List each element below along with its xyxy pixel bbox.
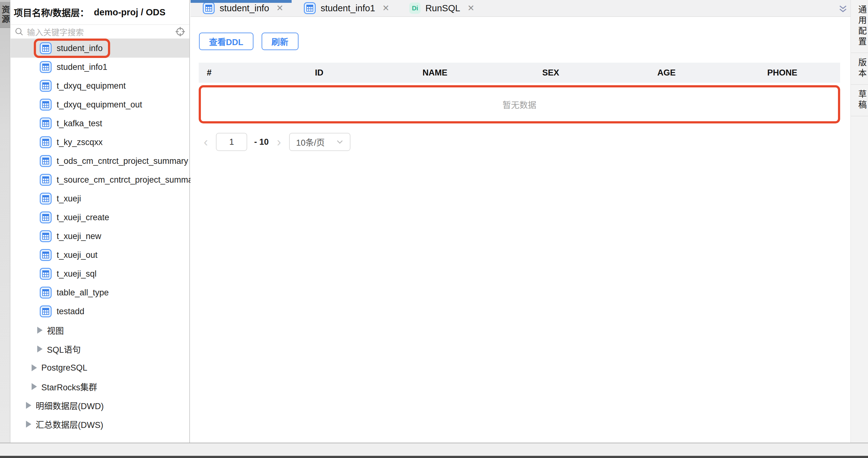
tree-item-t_dxyq_equipment_out[interactable]: t_dxyq_equipment_out [11,95,189,114]
tree-item-t_xueji_sql[interactable]: t_xueji_sql [11,264,189,283]
tree-item-label: t_ky_zscqxx [57,138,103,147]
column-header-#: # [199,68,261,78]
table-icon [39,249,52,261]
table-icon [39,136,52,148]
page-size-value: 10条/页 [296,136,325,148]
tree-item-t_ky_zscqxx[interactable]: t_ky_zscqxx [11,133,189,152]
right-panel-item-草稿[interactable]: 草稿 [851,85,868,116]
table-icon [39,286,52,299]
project-layer-value: demo-proj / ODS [94,7,165,18]
tree-item-t_source_cm_cntrct_project_summary[interactable]: t_source_cm_cntrct_project_summary [11,170,189,189]
aim-icon[interactable] [175,26,186,37]
table-icon [39,305,52,318]
tree-item-label: 汇总数据层(DWS) [36,418,103,430]
right-panel-item-版本[interactable]: 版本 [851,53,868,85]
tree-item-label: testadd [57,307,85,316]
sidebar-tree: student_info student_info1 t_dxyq_equipm… [11,39,189,434]
expand-arrow-icon[interactable] [37,327,42,334]
tree-item-视图[interactable]: 视图 [11,321,189,340]
expand-arrow-icon[interactable] [32,364,37,371]
table-icon [39,174,52,186]
table-icon [203,2,215,15]
tab-label: student_info [220,3,269,13]
tab-student_info1[interactable]: student_info1 ✕ [291,0,398,16]
search-bar: 输入关键字搜索 [11,25,189,39]
tree-item-label: SQL语句 [47,343,81,355]
tree-item-t_xueji_create[interactable]: t_xueji_create [11,208,189,227]
view-ddl-button[interactable]: 查看DDL [199,33,253,50]
tree-item-SQL语句[interactable]: SQL语句 [11,340,189,359]
resources-vertical-tab[interactable]: 资源 [0,2,10,28]
table-icon [39,42,52,55]
close-tab-icon[interactable]: ✕ [276,3,283,13]
expand-arrow-icon[interactable] [37,346,42,352]
tree-item-label: t_ods_cm_cntrct_project_summary [57,156,188,166]
tree-item-label: student_info [57,44,103,53]
search-input[interactable]: 输入关键字搜索 [27,26,172,37]
tree-item-t_xueji_out[interactable]: t_xueji_out [11,246,189,264]
right-panel-item-通用配置[interactable]: 通用配置 [851,0,868,53]
page-size-select[interactable]: 10条/页 [289,133,350,151]
close-tab-icon[interactable]: ✕ [467,3,475,13]
tree-item-student_info[interactable]: student_info [11,39,189,58]
table-header-row: #IDNAMESEXAGEPHONE [199,63,840,83]
tree-item-label: t_xueji_out [57,250,98,260]
tab-RunSQL[interactable]: Di RunSQL ✕ [397,0,483,16]
tree-item-t_kafka_test[interactable]: t_kafka_test [11,114,189,133]
tab-label: RunSQL [425,3,460,13]
expand-arrow-icon[interactable] [26,421,31,428]
expand-arrow-icon[interactable] [32,383,37,390]
app-window: 资源 项目名称/数据层： demo-proj / ODS 输入关键字搜索 [0,0,868,458]
tree-item-label: table_all_type [57,288,109,297]
tab-student_info[interactable]: student_info ✕ [191,0,291,16]
tree-item-StarRocks集群[interactable]: StarRocks集群 [11,377,189,396]
window-footer [0,442,868,458]
table-icon [39,230,52,242]
sidebar-header: 项目名称/数据层： demo-proj / ODS [11,0,189,25]
tree-item-label: PostgreSQL [41,363,87,373]
tree-item-t_dxyq_equipment[interactable]: t_dxyq_equipment [11,77,189,95]
table-icon [39,98,52,111]
table-icon [39,117,52,130]
table-icon [39,192,52,205]
expand-arrow-icon[interactable] [26,402,31,409]
empty-data-area: 暂无数据 [199,85,840,123]
tree-item-label: t_xueji_sql [57,269,97,279]
next-page-chevron-icon[interactable]: › [276,136,282,148]
tree-item-label: 视图 [47,324,64,337]
tree-item-label: 明细数据层(DWD) [36,399,103,412]
tree-item-table_all_type[interactable]: table_all_type [11,283,189,302]
tree-item-label: t_xueji_new [57,231,101,241]
tree-item-t_xueji[interactable]: t_xueji [11,189,189,208]
tree-item-明细数据层(DWD)[interactable]: 明细数据层(DWD) [11,396,189,415]
tree-item-t_ods_cm_cntrct_project_summary[interactable]: t_ods_cm_cntrct_project_summary [11,152,189,170]
tab-label: student_info1 [321,3,375,13]
column-header-PHONE: PHONE [724,68,840,78]
tree-item-label: t_xueji [57,194,81,204]
window-bottom-edge [0,456,868,458]
tree-item-t_xueji_new[interactable]: t_xueji_new [11,227,189,246]
pagination: ‹ 1 - 10 › 10条/页 [203,133,850,151]
main-panel: student_info ✕ student_info1 ✕ Di RunSQL… [191,0,850,442]
table-icon [39,155,52,167]
tree-item-label: t_kafka_test [57,119,102,128]
tree-item-PostgreSQL[interactable]: PostgreSQL [11,359,189,377]
right-side-panel: 通用配置版本草稿 [850,0,868,442]
table-icon [304,2,316,15]
empty-data-text: 暂无数据 [502,98,536,111]
toolbar: 查看DDL 刷新 [191,17,850,50]
collapse-tabs-double-chevron-icon[interactable] [838,4,848,14]
close-tab-icon[interactable]: ✕ [382,3,390,13]
page-number-input[interactable]: 1 [216,133,247,151]
prev-page-chevron-icon[interactable]: ‹ [203,136,209,148]
refresh-button[interactable]: 刷新 [261,33,299,50]
tree-item-testadd[interactable]: testadd [11,302,189,321]
tree-item-汇总数据层(DWS)[interactable]: 汇总数据层(DWS) [11,415,189,434]
chevron-down-icon [336,138,344,146]
table-icon [39,61,52,73]
tree-item-student_info1[interactable]: student_info1 [11,58,189,77]
tab-bar: student_info ✕ student_info1 ✕ Di RunSQL… [191,0,850,17]
di-badge-icon: Di [409,2,421,14]
left-dock-strip: 资源 [0,0,10,442]
tree-item-label: student_info1 [57,62,107,72]
